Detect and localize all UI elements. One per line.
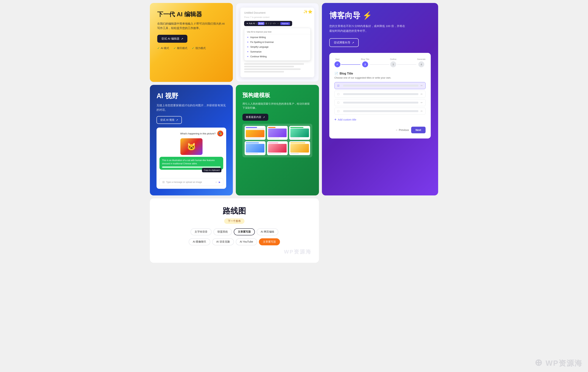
blog-wizard-title: 博客向导 ⚡ xyxy=(329,10,431,21)
chat-answer-text: This is an illustration of a cat with hu… xyxy=(162,159,215,165)
step-generate: Generate 4 xyxy=(417,58,426,67)
template-thumb-6[interactable] xyxy=(289,141,310,155)
feature-power-mode-label: 强力模式 xyxy=(195,47,206,50)
back-arrow-icon: ← xyxy=(395,128,398,131)
t4-bar2 xyxy=(246,153,258,154)
t5-img xyxy=(268,144,287,152)
templates-view-button[interactable]: 查看最新内容 ↗ xyxy=(242,114,268,121)
templates-send-icon: ↗ xyxy=(263,116,265,119)
template-thumb-5[interactable] xyxy=(267,141,288,155)
menu-continue[interactable]: ✦ Continue Writing xyxy=(244,54,310,59)
document-icon: 📄 xyxy=(335,72,338,75)
improve-btn: Improve xyxy=(280,22,290,25)
editor-try-button[interactable]: 尝试 AI 编辑器 ↗ xyxy=(157,35,187,43)
add-custom-title-button[interactable]: + Add custom title xyxy=(335,116,356,123)
wp-watermark: WP资源海 xyxy=(157,248,312,255)
editor-card: 下一代 AI 编辑器 在我们的编辑器中简单地输入 // 即可访问我们强大的 AI… xyxy=(150,3,233,82)
ai-menu: Use AI to improve your text ✦ Improve Wr… xyxy=(244,28,310,61)
tag-label-1: 文字转语音 xyxy=(195,230,208,233)
edit-icon-2: ✏ xyxy=(420,93,423,96)
title-row-3[interactable]: ☐ ✏ xyxy=(335,99,426,106)
next-label: Next xyxy=(416,128,421,131)
templates-card: 预构建模板 用引人入胜的着陆页吸引并转化您的潜在客户，给访问者留下深刻印象。 查… xyxy=(236,85,319,195)
title-bar-4 xyxy=(343,110,418,112)
copy-to-clipboard-button[interactable]: Copy to clipboard xyxy=(202,168,221,172)
previous-button[interactable]: ← Previous xyxy=(395,128,409,131)
prev-label: Previous xyxy=(399,128,409,131)
continue-label: Continue Writing xyxy=(250,55,267,58)
step-blog-title: Blog Title 2 xyxy=(361,58,369,67)
t2-bar2 xyxy=(268,138,279,139)
section-header: 📄 Blog Title xyxy=(335,72,426,75)
doc-line-3 xyxy=(244,68,300,70)
tag-ai-voice[interactable]: AI 语音克隆 xyxy=(212,238,234,245)
tag-ai-web[interactable]: AI 网页编辑 xyxy=(257,228,278,235)
user-avatar: 🎭 xyxy=(217,130,223,137)
vision-desc: 无缝上传您想要探索或讨论的任何图片，并获得富有洞见的对话。 xyxy=(157,103,226,112)
vision-try-button[interactable]: 尝试 AI 视觉 ↗ xyxy=(157,116,182,124)
toolbar-u: U xyxy=(270,22,272,25)
t3-bar1 xyxy=(290,127,303,128)
title-row-1[interactable]: ☑ ✏ xyxy=(335,82,426,89)
roadmap-tags: 文字转语音 联盟系统 文章重写器 AI 网页编辑 xyxy=(157,228,312,235)
step-outline: Outline 3 xyxy=(390,58,397,67)
check-icon-2: ✓ xyxy=(174,46,176,50)
menu-summarize[interactable]: ✦ Summarize xyxy=(244,49,310,54)
doc-title: Untitled Document xyxy=(244,11,310,14)
tag-ai-image[interactable]: AI 图像聊天 xyxy=(189,238,210,245)
template-thumb-1[interactable] xyxy=(245,126,265,140)
doc-line-1 xyxy=(244,63,304,65)
dot-icon-5: ✦ xyxy=(247,55,249,58)
title-row-4[interactable]: ☐ ✏ xyxy=(335,108,426,115)
title-row-2[interactable]: ☐ ✏ xyxy=(335,91,426,98)
menu-simplify[interactable]: ✦ Simplify Language xyxy=(244,44,310,49)
tag-article-rewriter-2[interactable]: 文章重写器 xyxy=(259,238,280,245)
editor-features: ✓ AI 模式 ✓ 聊天模式 ✓ 强力模式 xyxy=(157,46,225,50)
blog-send-icon: ↗ xyxy=(352,41,354,44)
document-preview-card: ✨⭐ Untitled Document Press '/' to genera… xyxy=(236,3,319,82)
step-start-circle: ✓ xyxy=(335,61,340,67)
template-thumb-4[interactable] xyxy=(245,141,265,155)
next-button[interactable]: Next xyxy=(411,127,426,133)
section-title-label: Blog Title xyxy=(340,72,353,75)
tag-ai-youtube[interactable]: AI YouTube xyxy=(236,238,257,245)
chat-question-text: What's happening in this picture? xyxy=(180,132,215,135)
plus-icon: + xyxy=(335,117,336,121)
tag-affiliate[interactable]: 联盟系统 xyxy=(213,228,232,235)
fix-spelling-label: Fix Spelling & Grammar xyxy=(250,41,274,43)
templates-desc: 用引人入胜的着陆页吸引并转化您的潜在客户，给访问者留下深刻印象。 xyxy=(242,102,312,110)
toolbar-divider: | xyxy=(256,22,257,25)
blog-title-section: 📄 Blog Title Choose one of our suggested… xyxy=(335,72,426,123)
title-bar-1 xyxy=(343,85,418,86)
wp-circle-icon: ⊕ xyxy=(535,357,543,368)
toolbar-i: I xyxy=(268,22,269,25)
wizard-inner-card: Start ✓ Blog Title 2 Outline 3 Generate … xyxy=(329,53,431,138)
blog-btn-label: 尝试博客向导 xyxy=(334,41,350,44)
tag-text-to-speech[interactable]: 文字转语音 xyxy=(190,228,211,235)
step-start-label: Start xyxy=(335,58,339,60)
step-blog-title-circle: 2 xyxy=(362,61,368,67)
feature-power-mode: ✓ 强力模式 xyxy=(192,46,206,50)
tag-label-4: AI 网页编辑 xyxy=(261,230,274,233)
blog-wizard-try-button[interactable]: 尝试博客向导 ↗ xyxy=(329,38,359,47)
tag-article-rewriter[interactable]: 文章重写器 xyxy=(234,228,255,235)
menu-fix-spelling[interactable]: ✦ Fix Spelling & Grammar xyxy=(244,40,310,44)
chat-input[interactable]: ⊞ Type a message or upload an image ↩ ▶ xyxy=(159,178,223,186)
step-generate-label: Generate xyxy=(417,58,426,60)
t5-bar1 xyxy=(268,142,278,143)
section-desc: Choose one of our suggested titles or wr… xyxy=(335,76,426,79)
tag-label-3: 文章重写器 xyxy=(238,230,251,233)
roadmap-tags-2: AI 图像聊天 AI 语音克隆 AI YouTube 文章重写器 xyxy=(157,238,312,245)
doc-line-2 xyxy=(244,66,294,67)
template-thumb-2[interactable] xyxy=(267,126,288,140)
feature-chat-mode-label: 聊天模式 xyxy=(177,47,187,50)
t5-bar2 xyxy=(268,153,281,154)
ai-toolbar: ✦ Ask AI | Bold B I U </> ⋯ Improve xyxy=(244,21,292,26)
tag-label-5: AI 图像聊天 xyxy=(193,240,206,243)
dot-icon-4: ✦ xyxy=(247,51,249,53)
template-thumb-3[interactable] xyxy=(289,126,310,140)
menu-improve-writing[interactable]: ✦ Improve Writing xyxy=(244,35,310,40)
t1-bar3 xyxy=(246,138,261,139)
templates-title: 预构建模板 xyxy=(242,92,312,99)
vision-btn-label: 尝试 AI 视觉 xyxy=(160,118,174,122)
